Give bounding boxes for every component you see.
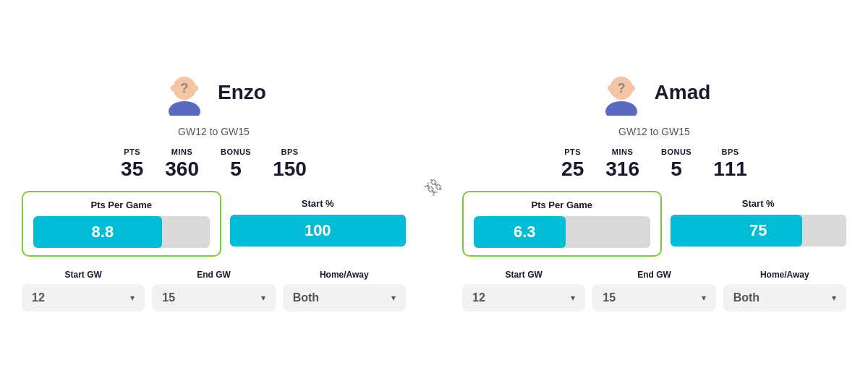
pts-per-game-box-amad: Pts Per Game 6.3 [462,191,662,257]
metrics-row-amad: Pts Per Game 6.3 Start % 75 [462,191,846,257]
stat-pts-value-enzo: 35 [121,158,143,181]
avatar-amad: ? [598,69,644,116]
gw-range-enzo: GW12 to GW15 [178,126,250,137]
home-away-label-amad: Home/Away [723,270,846,280]
start-pct-label-amad: Start % [671,198,847,209]
end-gw-label-amad: End GW [592,270,715,280]
stat-mins-amad: MINS 316 [605,147,639,181]
start-gw-select-amad[interactable]: 12 ▾ [462,284,585,312]
stat-bps-label-amad: BPS [721,147,739,156]
svg-point-3 [171,85,175,91]
stat-bps-value-amad: 111 [713,158,747,181]
stat-pts-label-enzo: PTS [124,147,140,156]
home-away-select-enzo[interactable]: Both ▾ [283,284,406,312]
pts-per-game-box-enzo: Pts Per Game 8.8 [22,191,221,257]
stat-mins-enzo: MINS 360 [165,147,199,181]
avatar-enzo: ? [161,69,208,116]
chevron-down-icon: ▾ [702,293,706,303]
stat-bps-amad: BPS 111 [713,147,747,181]
end-gw-value-amad: 15 [603,291,616,304]
stat-mins-label-enzo: MINS [171,147,193,156]
stat-pts-label-amad: PTS [564,147,581,156]
start-pct-label-enzo: Start % [230,198,407,209]
stat-pts-value-amad: 25 [561,158,584,181]
start-gw-value-enzo: 12 [32,291,45,304]
stat-bonus-value-amad: 5 [671,158,682,181]
svg-point-0 [169,101,200,116]
stat-pts-amad: PTS 25 [561,147,584,181]
player-name-enzo: Enzo [218,81,266,104]
controls-row-enzo: Start GW 12 ▾ End GW 15 ▾ Home/Away Both… [22,270,406,312]
chevron-down-icon: ▾ [261,293,265,303]
controls-row-amad: Start GW 12 ▾ End GW 15 ▾ Home/Away Both… [462,270,846,312]
stat-bps-value-enzo: 150 [273,158,307,181]
svg-point-9 [631,85,635,91]
home-away-group-amad: Home/Away Both ▾ [723,270,846,312]
link-icon-wrap[interactable]: ⛓ [420,178,448,204]
player-header-amad: ? Amad [598,69,711,116]
pts-per-game-value-amad: 6.3 [503,223,536,241]
pts-per-game-fill-amad: 6.3 [474,216,566,248]
end-gw-label-enzo: End GW [152,270,275,280]
end-gw-group-enzo: End GW 15 ▾ [152,270,275,312]
link-icon: ⛓ [422,175,446,200]
stat-bonus-label-enzo: BONUS [221,147,251,156]
stat-mins-value-enzo: 360 [165,158,199,181]
start-gw-group-enzo: Start GW 12 ▾ [22,270,145,312]
svg-point-5 [605,101,637,116]
start-gw-value-amad: 12 [472,291,485,304]
player-card-amad: ? Amad GW12 to GW15 PTS 25 MINS 316 BONU… [462,69,846,312]
start-pct-value-enzo: 100 [230,221,407,240]
home-away-group-enzo: Home/Away Both ▾ [283,270,406,312]
stats-row-enzo: PTS 35 MINS 360 BONUS 5 BPS 150 [22,147,406,181]
svg-point-8 [608,85,612,91]
chevron-down-icon: ▾ [832,293,836,303]
pts-per-game-label-enzo: Pts Per Game [33,200,210,210]
end-gw-value-enzo: 15 [162,291,175,304]
stat-bonus-enzo: BONUS 5 [221,147,251,181]
start-pct-bar-enzo: 100 [230,215,407,247]
pts-per-game-fill-enzo: 8.8 [33,216,162,248]
stat-bonus-amad: BONUS 5 [661,147,692,181]
start-pct-bar-amad: 75 [671,215,847,247]
start-pct-box-amad: Start % 75 [671,191,847,257]
metrics-row-enzo: Pts Per Game 8.8 Start % 100 [22,191,406,257]
pts-per-game-bar-amad: 6.3 [474,216,650,248]
main-container: ? Enzo GW12 to GW15 PTS 35 MINS 360 BONU… [0,55,868,326]
start-pct-box-enzo: Start % 100 [230,191,407,257]
stat-mins-label-amad: MINS [612,147,634,156]
stat-pts-enzo: PTS 35 [121,147,143,181]
svg-text:?: ? [181,81,189,95]
stat-bonus-label-amad: BONUS [661,147,692,156]
start-gw-label-amad: Start GW [462,270,585,280]
pts-per-game-label-amad: Pts Per Game [474,200,650,210]
home-away-select-amad[interactable]: Both ▾ [723,284,846,312]
svg-text:?: ? [617,81,625,95]
home-away-value-amad: Both [733,291,760,304]
end-gw-select-amad[interactable]: 15 ▾ [592,284,715,312]
chevron-down-icon: ▾ [130,293,135,303]
stats-row-amad: PTS 25 MINS 316 BONUS 5 BPS 111 [462,147,846,181]
end-gw-select-enzo[interactable]: 15 ▾ [152,284,275,312]
stat-bps-enzo: BPS 150 [273,147,307,181]
stat-bps-label-enzo: BPS [281,147,298,156]
start-gw-select-enzo[interactable]: 12 ▾ [22,284,145,312]
home-away-value-enzo: Both [293,291,319,304]
end-gw-group-amad: End GW 15 ▾ [592,270,715,312]
stat-mins-value-amad: 316 [605,158,639,181]
pts-per-game-value-enzo: 8.8 [82,223,114,241]
start-pct-value-amad: 75 [671,221,847,240]
chevron-down-icon: ▾ [571,293,575,303]
player-card-enzo: ? Enzo GW12 to GW15 PTS 35 MINS 360 BONU… [22,69,406,312]
stat-bonus-value-enzo: 5 [230,158,242,181]
home-away-label-enzo: Home/Away [283,270,406,280]
start-gw-group-amad: Start GW 12 ▾ [462,270,585,312]
svg-point-4 [194,85,198,91]
chevron-down-icon: ▾ [391,293,396,303]
gw-range-amad: GW12 to GW15 [618,126,690,137]
pts-per-game-bar-enzo: 8.8 [33,216,210,248]
player-header-enzo: ? Enzo [161,69,266,116]
start-gw-label-enzo: Start GW [22,270,145,280]
player-name-amad: Amad [655,81,711,104]
